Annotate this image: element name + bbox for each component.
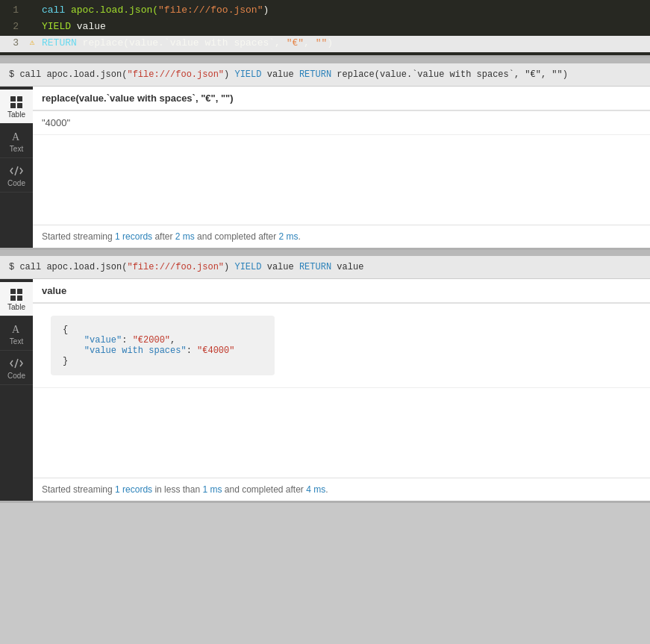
- query-text-2d: value: [331, 262, 363, 272]
- content-area-1: Table A Text Code: [0, 87, 650, 248]
- svg-rect-0: [10, 96, 16, 101]
- yield-value: value: [77, 21, 106, 32]
- query-text-2c: value: [261, 262, 299, 272]
- svg-text:A: A: [12, 324, 20, 335]
- query-text-2b: ): [224, 262, 234, 272]
- json-close-brace: }: [63, 356, 68, 366]
- table-icon-2: [10, 288, 23, 301]
- code-line-2: 2 YIELD value: [0, 19, 650, 36]
- status-time-3: 1 ms: [202, 484, 222, 495]
- sidebar-item-table-1[interactable]: Table: [0, 90, 33, 124]
- result-table-2: value { "value": "€2000", "value with sp…: [33, 279, 650, 388]
- sidebar-label-code-2: Code: [7, 372, 25, 380]
- table-header-row-1: replace(value.`value with spaces`, "€", …: [33, 87, 650, 110]
- result-section-2: $ call apoc.load.json("file:///foo.json"…: [0, 256, 650, 503]
- keyword-yield: YIELD: [42, 21, 77, 32]
- query-call-1: ): [224, 69, 234, 80]
- spacer-2: [33, 388, 650, 478]
- fn-name: apoc.load.json(: [71, 4, 158, 16]
- code-line-1: 1 call apoc.load.json("file:///foo.json"…: [0, 3, 650, 19]
- svg-line-5: [15, 166, 18, 175]
- query-return-2: RETURN: [299, 262, 331, 272]
- section-divider-2: [0, 250, 650, 256]
- warning-icon-3: ⚠: [26, 37, 38, 47]
- code-content-3: RETURN replace(value.`value with spaces`…: [38, 37, 650, 49]
- text-icon-1: A: [10, 130, 23, 143]
- table-row: { "value": "€2000", "value with spaces":…: [33, 303, 650, 388]
- status-text-2: Started streaming 1 records in less than…: [42, 484, 328, 495]
- json-open-brace: {: [63, 325, 68, 335]
- query-yield-2: YIELD: [234, 262, 261, 272]
- string-empty: "": [316, 37, 328, 49]
- svg-line-11: [15, 359, 18, 368]
- table-area-2: value { "value": "€2000", "value with sp…: [33, 279, 650, 501]
- sidebar-item-code-1[interactable]: Code: [0, 158, 33, 193]
- sidebar-item-text-1[interactable]: A Text: [0, 124, 33, 158]
- query-call-3: replace(value.`value with spaces`, "€", …: [331, 69, 568, 80]
- paren-close: ): [263, 4, 269, 16]
- svg-rect-9: [17, 296, 22, 301]
- json-display: { "value": "€2000", "value with spaces":…: [51, 316, 275, 375]
- sidebar-label-text-2: Text: [10, 337, 23, 346]
- svg-text:A: A: [12, 131, 20, 143]
- status-count-2: 1 records: [115, 484, 152, 495]
- table-header-col-1: replace(value.`value with spaces`, "€", …: [33, 87, 650, 110]
- table-row: "4000": [33, 110, 650, 135]
- result-section-1: $ call apoc.load.json("file:///foo.json"…: [0, 63, 650, 250]
- table-header-row-2: value: [33, 279, 650, 303]
- svg-rect-8: [10, 296, 16, 301]
- status-text-1: Started streaming 1 records after 2 ms a…: [42, 231, 301, 242]
- line-number-3: 3: [0, 37, 26, 49]
- sidebar-1: Table A Text Code: [0, 87, 33, 248]
- sidebar-label-text-1: Text: [10, 145, 23, 153]
- json-val-value: "€2000": [133, 335, 170, 346]
- svg-rect-6: [10, 289, 16, 294]
- json-val-spaces: "€4000": [197, 346, 234, 356]
- code-line-3: 3 ⚠ RETURN replace(value.`value with spa…: [0, 36, 650, 52]
- query-call-2: value: [261, 69, 299, 80]
- table-cell-1: "4000": [33, 110, 650, 135]
- status-bar-2: Started streaming 1 records in less than…: [33, 478, 650, 501]
- query-bar-2: $ call apoc.load.json("file:///foo.json"…: [0, 256, 650, 279]
- string-euro: "€": [287, 37, 304, 49]
- table-header-col-2: value: [33, 279, 650, 303]
- keyword-call: call: [42, 4, 71, 16]
- sidebar-item-code-2[interactable]: Code: [0, 351, 33, 385]
- table-area-1: replace(value.`value with spaces`, "€", …: [33, 87, 650, 248]
- text-icon-2: A: [10, 322, 23, 336]
- sidebar-item-table-2[interactable]: Table: [0, 282, 33, 316]
- code-editor: 1 call apoc.load.json("file:///foo.json"…: [0, 0, 650, 57]
- query-return-1: RETURN: [299, 69, 331, 80]
- sidebar-label-table-1: Table: [7, 110, 25, 119]
- query-path-1: "file:///foo.json": [127, 69, 224, 80]
- json-key-spaces: "value with spaces": [84, 346, 187, 356]
- sidebar-2: Table A Text Code: [0, 279, 33, 501]
- paren-end: ): [327, 37, 333, 49]
- svg-rect-7: [17, 289, 22, 294]
- status-bar-1: Started streaming 1 records after 2 ms a…: [33, 225, 650, 248]
- keyword-return: RETURN: [42, 37, 83, 49]
- query-path-2: "file:///foo.json": [127, 262, 224, 272]
- query-yield-1: YIELD: [234, 69, 261, 80]
- sidebar-item-text-2[interactable]: A Text: [0, 316, 33, 351]
- svg-rect-2: [10, 103, 16, 108]
- query-bar-1: $ call apoc.load.json("file:///foo.json"…: [0, 63, 650, 87]
- status-time-1: 2 ms: [175, 231, 195, 242]
- result-table-1: replace(value.`value with spaces`, "€", …: [33, 87, 650, 135]
- svg-rect-1: [17, 96, 22, 101]
- code-content-1: call apoc.load.json("file:///foo.json"): [38, 4, 650, 16]
- line-number-2: 2: [0, 21, 26, 32]
- code-icon-2: [10, 357, 23, 370]
- line-number-1: 1: [0, 4, 26, 16]
- spacer-1: [33, 135, 650, 225]
- replace-fn: replace(value.`value with spaces`,: [83, 37, 287, 49]
- query-text-1: $ call apoc.load.json(: [9, 69, 127, 80]
- sidebar-label-table-2: Table: [7, 303, 25, 311]
- content-area-2: Table A Text Code: [0, 279, 650, 501]
- string-path: "file:///foo.json": [158, 4, 263, 16]
- status-time-4: 4 ms: [306, 484, 325, 495]
- table-icon-1: [10, 96, 23, 109]
- status-count-1: 1 records: [115, 231, 152, 242]
- query-text-2a: $ call apoc.load.json(: [9, 262, 127, 272]
- table-cell-json: { "value": "€2000", "value with spaces":…: [33, 303, 650, 388]
